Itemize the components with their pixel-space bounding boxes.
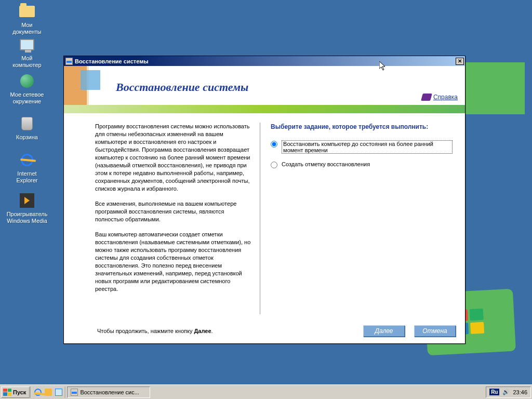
icon-label: Корзина (6, 134, 48, 141)
start-label: Пуск (13, 389, 26, 395)
continue-hint: Чтобы продолжить, нажмите кнопку Далее. (97, 328, 213, 334)
desktop-icon-windows-media-player[interactable]: Проигрыватель Windows Media (6, 192, 48, 224)
desktop-icon-internet-explorer[interactable]: Internet Explorer (6, 152, 48, 184)
windows-flag-icon (3, 389, 11, 396)
quicklaunch-show-desktop[interactable] (54, 387, 64, 397)
titlebar[interactable]: Восстановление системы ✕ (64, 56, 465, 66)
desktop-icon-recycle-bin[interactable]: Корзина (6, 115, 48, 141)
book-icon (421, 94, 432, 101)
quicklaunch-ie[interactable] (33, 387, 43, 397)
system-tray: Ru 🔊 23:46 (486, 387, 531, 398)
app-icon (71, 389, 78, 396)
paragraph: Все изменения, выполняемые на вашем комп… (95, 200, 251, 223)
clock[interactable]: 23:46 (513, 389, 527, 395)
decor-green-band (64, 105, 465, 113)
globe-icon (19, 73, 35, 89)
radio-input[interactable] (271, 141, 277, 148)
paragraph: Ваш компьютер автоматически создает отме… (95, 231, 251, 293)
task-button-label: Восстановление сис... (80, 389, 139, 395)
ie-icon (19, 152, 35, 168)
radio-label: Восстановить компьютер до состояния на б… (282, 140, 453, 154)
icon-label: Мое сетевое окружение (6, 91, 48, 105)
header: Восстановление системы Справка (64, 66, 465, 105)
icon-label: Мой компьютер (6, 55, 48, 69)
desktop-icon-network-places[interactable]: Мое сетевое окружение (6, 73, 48, 105)
quicklaunch-outlook[interactable] (43, 387, 54, 397)
wmp-icon (19, 192, 35, 209)
taskbar: Пуск Восстановление сис... Ru 🔊 23:46 (0, 384, 532, 399)
window-title: Восстановление системы (75, 58, 456, 64)
next-button[interactable]: Далее (363, 325, 405, 337)
footer: Чтобы продолжить, нажмите кнопку Далее. … (64, 318, 465, 343)
icon-label: Мои документы (6, 22, 48, 35)
folder-icon (19, 3, 35, 20)
desktop-icon-my-computer[interactable]: Мой компьютер (6, 36, 48, 69)
radio-label: Создать отметку восстановления (282, 161, 370, 167)
icon-label: Internet Explorer (6, 170, 48, 184)
icon-label: Проигрыватель Windows Media (6, 211, 48, 224)
help-link[interactable]: Справка (422, 94, 458, 101)
radio-input[interactable] (271, 162, 277, 168)
help-label: Справка (433, 94, 458, 101)
volume-icon[interactable]: 🔊 (502, 389, 510, 395)
close-button[interactable]: ✕ (456, 58, 464, 65)
app-icon (65, 57, 73, 65)
taskbar-button-system-restore[interactable]: Восстановление сис... (67, 387, 150, 398)
radio-create-point[interactable]: Создать отметку восстановления (271, 161, 453, 168)
task-instruction: Выберите задание, которое требуется выпо… (271, 123, 453, 131)
language-indicator[interactable]: Ru (489, 389, 499, 395)
desktop-icon-my-documents[interactable]: Мои документы (6, 3, 48, 35)
computer-icon (19, 36, 35, 53)
body: Программу восстановления системы можно и… (64, 113, 465, 318)
bin-icon (19, 115, 35, 132)
paragraph: Программу восстановления системы можно и… (95, 123, 251, 193)
start-button[interactable]: Пуск (1, 387, 30, 398)
decor-blue (81, 70, 100, 90)
separator (65, 387, 66, 398)
task-column: Выберите задание, которое требуется выпо… (263, 118, 458, 318)
description-column: Программу восстановления системы можно и… (71, 118, 257, 318)
separator (31, 387, 32, 398)
desktop: Мои документы Мой компьютер Мое сетевое … (0, 0, 532, 384)
page-heading: Восстановление системы (116, 81, 248, 94)
vertical-divider (260, 123, 260, 314)
system-restore-window: Восстановление системы ✕ Восстановление … (63, 56, 466, 344)
radio-restore-earlier[interactable]: Восстановить компьютер до состояния на б… (271, 140, 453, 154)
cancel-button[interactable]: Отмена (414, 325, 456, 337)
